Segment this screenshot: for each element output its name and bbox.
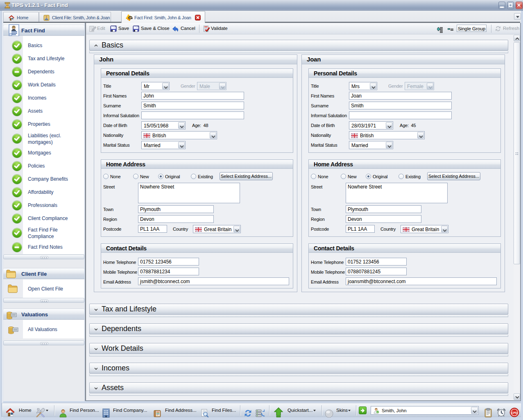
svg-text:CPD: CPD bbox=[512, 411, 518, 414]
